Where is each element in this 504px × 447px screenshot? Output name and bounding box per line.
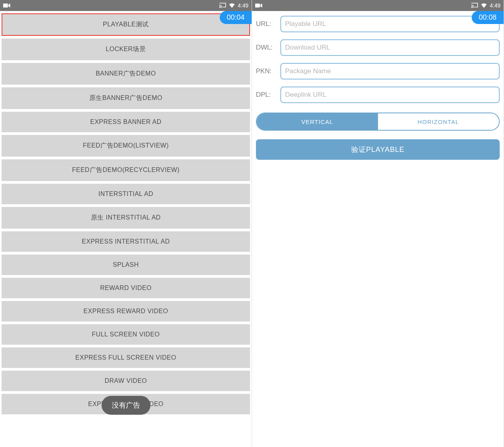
url-row: URL:: [256, 16, 500, 32]
menu-item-draw-video[interactable]: DRAW VIDEO: [2, 371, 250, 391]
menu-item-express-banner[interactable]: EXPRESS BANNER AD: [2, 112, 250, 132]
menu-item-express-interstitial[interactable]: EXPRESS INTERSTITIAL AD: [2, 231, 250, 252]
menu-item-feed-recyclerview[interactable]: FEED广告DEMO(RECYCLERVIEW): [2, 159, 250, 181]
orientation-segment: VERTICAL HORIZONTAL: [256, 113, 500, 131]
cast-icon: [219, 3, 226, 8]
menu-item-feed-listview[interactable]: FEED广告DEMO(LISTVIEW): [2, 135, 250, 157]
wifi-icon: [480, 3, 487, 8]
verify-playable-button[interactable]: 验证PLAYABLE: [256, 139, 500, 160]
menu-list: PLAYABLE测试 LOCKER场景 BANNER广告DEMO 原生BANNE…: [0, 11, 252, 414]
left-phone-screen: 4:49 00:04 PLAYABLE测试 LOCKER场景 BANNER广告D…: [0, 0, 252, 447]
horizontal-button[interactable]: HORIZONTAL: [378, 113, 499, 130]
menu-item-banner-demo[interactable]: BANNER广告DEMO: [2, 63, 250, 85]
menu-item-native-interstitial[interactable]: 原生 INTERSTITIAL AD: [2, 207, 250, 229]
menu-item-splash[interactable]: SPLASH: [2, 255, 250, 275]
video-icon: [3, 3, 10, 8]
pkn-label: PKN:: [256, 67, 277, 75]
vertical-button[interactable]: VERTICAL: [257, 113, 378, 130]
dwl-input[interactable]: [280, 39, 500, 56]
video-icon: [255, 3, 262, 8]
dpl-label: DPL:: [256, 91, 277, 99]
pkn-row: PKN:: [256, 63, 500, 79]
clock-text: 4:49: [490, 2, 500, 9]
recording-timer: 00:08: [472, 11, 504, 24]
dpl-input[interactable]: [280, 87, 500, 103]
toast-no-ads: 没有广告: [102, 396, 150, 415]
svg-rect-2: [255, 4, 260, 7]
recording-timer: 00:04: [220, 11, 252, 24]
menu-item-native-banner-demo[interactable]: 原生BANNER广告DEMO: [2, 87, 250, 109]
pkn-input[interactable]: [280, 63, 500, 79]
dwl-row: DWL:: [256, 39, 500, 56]
menu-item-interstitial[interactable]: INTERSTITIAL AD: [2, 184, 250, 204]
dwl-label: DWL:: [256, 44, 277, 52]
playable-form: URL: DWL: PKN: DPL: VERTICAL HORIZONTAL …: [252, 11, 504, 164]
menu-item-locker[interactable]: LOCKER场景: [2, 39, 250, 60]
menu-item-fullscreen-video[interactable]: FULL SCREEN VIDEO: [2, 324, 250, 345]
right-phone-screen: 4:49 00:08 URL: DWL: PKN: DPL: VERTICAL …: [252, 0, 504, 447]
menu-item-express-fullscreen-video[interactable]: EXPRESS FULL SCREEN VIDEO: [2, 347, 250, 368]
wifi-icon: [228, 3, 235, 8]
dpl-row: DPL:: [256, 87, 500, 103]
svg-point-3: [471, 7, 472, 8]
status-bar: 4:49: [252, 0, 504, 11]
cast-icon: [471, 3, 478, 8]
menu-item-playable-test[interactable]: PLAYABLE测试: [2, 13, 250, 36]
svg-point-1: [219, 7, 220, 8]
clock-text: 4:49: [238, 2, 248, 9]
menu-item-express-reward-video[interactable]: EXPRESS REWARD VIDEO: [2, 301, 250, 321]
url-input[interactable]: [280, 16, 500, 32]
menu-item-reward-video[interactable]: REWARD VIDEO: [2, 278, 250, 298]
svg-rect-0: [3, 4, 8, 7]
url-label: URL:: [256, 20, 277, 28]
status-bar: 4:49: [0, 0, 252, 11]
